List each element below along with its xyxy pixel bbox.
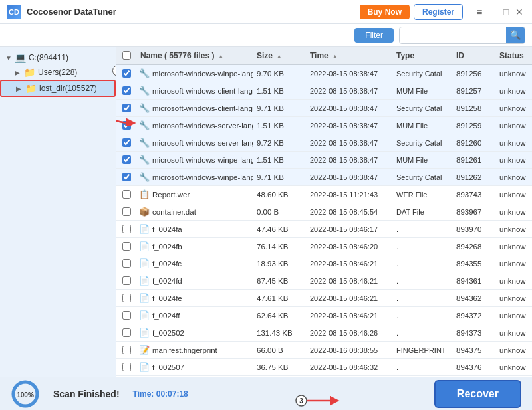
- row-checkbox-8[interactable]: [116, 207, 136, 216]
- cell-size-12: 67.45 KB: [253, 277, 306, 285]
- checkbox-4[interactable]: [122, 138, 131, 147]
- file-icon-8: 📦: [139, 207, 150, 217]
- search-input[interactable]: [400, 31, 506, 40]
- row-checkbox-10[interactable]: [116, 242, 136, 251]
- row-checkbox-12[interactable]: [116, 276, 136, 285]
- header-checkbox[interactable]: [116, 51, 136, 60]
- cell-size-11: 18.93 KB: [253, 260, 306, 268]
- svg-text:100%: 100%: [17, 391, 34, 399]
- select-all-checkbox[interactable]: [122, 51, 131, 60]
- file-icon-0: 🔧: [139, 68, 150, 78]
- row-checkbox-0[interactable]: [116, 69, 136, 78]
- table-body: 🔧 microsoft-windows-winpe-languagepack-p…: [116, 65, 532, 377]
- sidebar: 1 ▼ 💻 C:(894411) ▶ 📁 Users(228) ▶ 📁 lost…: [0, 47, 116, 377]
- checkbox-16[interactable]: [122, 346, 131, 354]
- row-checkbox-9[interactable]: [116, 225, 136, 233]
- maximize-button[interactable]: □: [500, 6, 512, 18]
- table-row: 📄 f_0024ff 62.64 KB 2022-08-15 08:46:21 …: [116, 307, 532, 324]
- cell-id-0: 891256: [452, 70, 495, 78]
- row-checkbox-16[interactable]: [116, 346, 136, 354]
- hamburger-button[interactable]: ≡: [473, 6, 485, 18]
- checkbox-7[interactable]: [122, 190, 131, 199]
- progress-circle-svg: 100%: [11, 379, 40, 409]
- cell-name-13: 📄 f_0024fe: [136, 293, 253, 303]
- file-icon-2: 🔧: [139, 103, 150, 113]
- checkbox-1[interactable]: [122, 86, 131, 95]
- cell-id-8: 893967: [452, 208, 495, 216]
- filter-button[interactable]: Filter: [354, 28, 394, 43]
- checkbox-3[interactable]: [122, 121, 131, 130]
- checkbox-2[interactable]: [122, 104, 131, 112]
- checkbox-5[interactable]: [122, 155, 131, 164]
- checkbox-8[interactable]: [122, 207, 131, 216]
- row-checkbox-7[interactable]: [116, 190, 136, 199]
- table-row: 📋 Report.wer 48.60 KB 2022-08-15 11:21:4…: [116, 186, 532, 203]
- minimize-button[interactable]: —: [487, 6, 499, 18]
- checkbox-13[interactable]: [122, 294, 131, 302]
- table-row: 📄 f_0024fb 76.14 KB 2022-08-15 08:46:20 …: [116, 238, 532, 255]
- row-checkbox-15[interactable]: [116, 328, 136, 337]
- row-checkbox-3[interactable]: [116, 121, 136, 130]
- cell-status-17: unknow: [495, 363, 532, 371]
- cell-time-4: 2022-08-15 08:38:47: [306, 139, 392, 147]
- cell-time-5: 2022-08-15 08:38:47: [306, 156, 392, 164]
- checkbox-12[interactable]: [122, 276, 131, 285]
- cell-status-13: unknow: [495, 294, 532, 302]
- row-checkbox-4[interactable]: [116, 138, 136, 147]
- close-button[interactable]: ✕: [513, 6, 525, 18]
- checkbox-9[interactable]: [122, 225, 131, 233]
- recover-button[interactable]: Recover: [434, 380, 521, 408]
- cell-size-0: 9.70 KB: [253, 70, 306, 78]
- window-controls: ≡ — □ ✕: [473, 6, 525, 18]
- cell-type-11: .: [392, 260, 452, 268]
- table-row: 📦 container.dat 0.00 B 2022-08-15 08:45:…: [116, 203, 532, 221]
- checkbox-11[interactable]: [122, 259, 131, 268]
- cell-type-17: .: [392, 363, 452, 371]
- cell-id-5: 891261: [452, 156, 495, 164]
- row-checkbox-14[interactable]: [116, 311, 136, 320]
- checkbox-0[interactable]: [122, 69, 131, 78]
- row-checkbox-11[interactable]: [116, 259, 136, 268]
- cell-time-14: 2022-08-15 08:46:21: [306, 312, 392, 320]
- table-header: Name ( 55776 files ) ▲ Size ▲ Time ▲ Typ…: [116, 47, 532, 65]
- row-checkbox-1[interactable]: [116, 86, 136, 95]
- cell-size-13: 47.61 KB: [253, 294, 306, 302]
- sidebar-item-users[interactable]: ▶ 📁 Users(228): [0, 65, 116, 80]
- sidebar-item-lost-dir[interactable]: ▶ 📁 lost_dir(105527): [0, 80, 116, 97]
- cell-name-1: 🔧 microsoft-windows-client-languagepack-…: [136, 86, 253, 96]
- cell-name-12: 📄 f_0024fd: [136, 276, 253, 286]
- row-checkbox-13[interactable]: [116, 294, 136, 302]
- app-title: Cocosenor DataTuner: [27, 7, 116, 17]
- checkbox-6[interactable]: [122, 173, 131, 181]
- cell-size-10: 76.14 KB: [253, 243, 306, 251]
- cell-type-2: Security Catal: [392, 104, 452, 112]
- table-row: 📄 f_0024fd 67.45 KB 2022-08-15 08:46:21 …: [116, 272, 532, 290]
- checkbox-17[interactable]: [122, 363, 131, 371]
- cell-id-17: 894376: [452, 363, 495, 371]
- table-row: 🔧 microsoft-windows-winpe-languagepack-p…: [116, 152, 532, 169]
- statusbar-right: 3 Recover: [428, 380, 521, 408]
- checkbox-14[interactable]: [122, 311, 131, 320]
- cell-id-9: 893970: [452, 225, 495, 233]
- row-checkbox-5[interactable]: [116, 155, 136, 164]
- checkbox-15[interactable]: [122, 328, 131, 337]
- row-checkbox-17[interactable]: [116, 363, 136, 371]
- cell-status-16: unknow: [495, 346, 532, 354]
- header-size: Size ▲: [253, 51, 306, 60]
- table-row: 📄 f_002507 36.75 KB 2022-08-15 08:46:32 …: [116, 359, 532, 376]
- checkbox-10[interactable]: [122, 242, 131, 251]
- main-area: 1 ▼ 💻 C:(894411) ▶ 📁 Users(228) ▶ 📁 lost…: [0, 47, 532, 377]
- register-button[interactable]: Register: [414, 4, 463, 20]
- cell-size-7: 48.60 KB: [253, 191, 306, 199]
- row-checkbox-2[interactable]: [116, 104, 136, 112]
- buy-now-button[interactable]: Buy Now: [360, 5, 410, 19]
- sidebar-item-drive[interactable]: ▼ 💻 C:(894411): [0, 51, 116, 65]
- cell-time-9: 2022-08-15 08:46:17: [306, 225, 392, 233]
- cell-size-2: 9.71 KB: [253, 104, 306, 112]
- cell-time-16: 2022-08-16 08:38:55: [306, 346, 392, 354]
- row-checkbox-6[interactable]: [116, 173, 136, 181]
- cell-type-6: Security Catal: [392, 173, 452, 181]
- search-button[interactable]: 🔍: [506, 27, 525, 44]
- cell-id-1: 891257: [452, 87, 495, 95]
- cell-status-9: unknow: [495, 225, 532, 233]
